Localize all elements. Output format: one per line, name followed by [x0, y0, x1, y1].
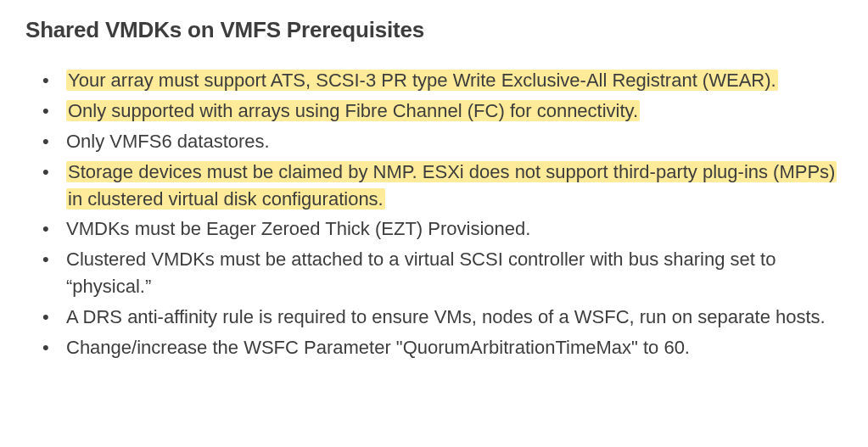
list-item-text: Only supported with arrays using Fibre C…: [66, 100, 640, 121]
list-item: A DRS anti-affinity rule is required to …: [61, 304, 843, 331]
list-item: Only VMFS6 datastores.: [61, 128, 843, 155]
list-item: Storage devices must be claimed by NMP. …: [61, 159, 843, 213]
list-item-text: Only VMFS6 datastores.: [66, 131, 270, 152]
section-heading: Shared VMDKs on VMFS Prerequisites: [25, 17, 843, 43]
list-item: Change/increase the WSFC Parameter "Quor…: [61, 334, 843, 361]
list-item: Your array must support ATS, SCSI-3 PR t…: [61, 67, 843, 94]
prerequisites-list: Your array must support ATS, SCSI-3 PR t…: [25, 67, 843, 361]
list-item: Only supported with arrays using Fibre C…: [61, 98, 843, 125]
list-item: Clustered VMDKs must be attached to a vi…: [61, 246, 843, 300]
list-item-text: Storage devices must be claimed by NMP. …: [66, 161, 837, 210]
list-item: VMDKs must be Eager Zeroed Thick (EZT) P…: [61, 215, 843, 243]
list-item-text: Your array must support ATS, SCSI-3 PR t…: [66, 70, 778, 91]
list-item-text: VMDKs must be Eager Zeroed Thick (EZT) P…: [66, 218, 530, 239]
list-item-text: A DRS anti-affinity rule is required to …: [66, 306, 826, 327]
list-item-text: Clustered VMDKs must be attached to a vi…: [66, 249, 776, 297]
list-item-text: Change/increase the WSFC Parameter "Quor…: [66, 337, 690, 358]
